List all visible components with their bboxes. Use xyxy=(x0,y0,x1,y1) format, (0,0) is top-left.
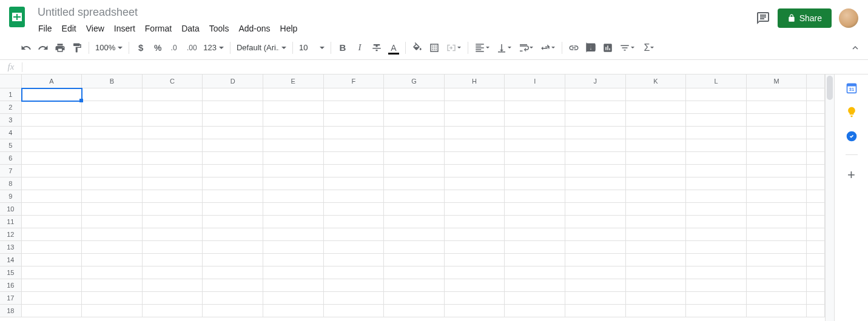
cell[interactable] xyxy=(686,177,747,190)
cell[interactable] xyxy=(686,241,747,254)
cell[interactable] xyxy=(263,292,324,305)
cell[interactable] xyxy=(686,127,747,139)
cell[interactable] xyxy=(505,305,565,317)
cell[interactable] xyxy=(686,114,747,127)
cell[interactable] xyxy=(505,190,565,203)
cell[interactable] xyxy=(626,139,687,152)
cell[interactable] xyxy=(203,177,263,190)
cell[interactable] xyxy=(263,139,324,152)
cell[interactable] xyxy=(143,279,203,292)
menu-format[interactable]: Format xyxy=(141,21,176,36)
doc-title[interactable]: Untitled spreadsheet xyxy=(34,5,141,20)
menu-edit[interactable]: Edit xyxy=(58,21,81,36)
cell[interactable] xyxy=(384,114,445,127)
cell[interactable] xyxy=(143,203,203,216)
cell[interactable] xyxy=(747,177,807,190)
cell[interactable] xyxy=(324,88,385,101)
text-rotation-button[interactable] xyxy=(537,40,558,56)
tasks-icon[interactable] xyxy=(846,130,858,142)
column-header[interactable]: G xyxy=(384,74,445,88)
insert-link-button[interactable] xyxy=(566,40,582,56)
cell[interactable] xyxy=(203,88,263,101)
cell[interactable] xyxy=(82,190,143,203)
cell[interactable] xyxy=(143,292,203,305)
borders-button[interactable] xyxy=(426,40,442,56)
cell[interactable] xyxy=(445,139,505,152)
cell[interactable] xyxy=(384,165,445,177)
cell[interactable] xyxy=(686,203,747,216)
cell[interactable] xyxy=(82,203,143,216)
cell[interactable] xyxy=(203,279,263,292)
cell[interactable] xyxy=(565,254,626,266)
cell[interactable] xyxy=(686,216,747,228)
cell[interactable] xyxy=(747,152,807,165)
cell[interactable] xyxy=(82,254,143,266)
cell[interactable] xyxy=(384,127,445,139)
cell[interactable] xyxy=(807,254,825,266)
cell[interactable] xyxy=(82,165,143,177)
cell[interactable] xyxy=(445,152,505,165)
cell[interactable] xyxy=(626,279,687,292)
cell[interactable] xyxy=(22,190,82,203)
cell[interactable] xyxy=(445,228,505,241)
cell[interactable] xyxy=(686,254,747,266)
cell[interactable] xyxy=(263,152,324,165)
cell[interactable] xyxy=(807,114,825,127)
cell[interactable] xyxy=(807,101,825,114)
row-header[interactable]: 7 xyxy=(0,165,22,177)
cell[interactable] xyxy=(82,88,143,101)
cell[interactable] xyxy=(203,165,263,177)
cell[interactable] xyxy=(807,279,825,292)
cell[interactable] xyxy=(565,292,626,305)
cell[interactable] xyxy=(807,216,825,228)
collapse-toolbar-button[interactable] xyxy=(847,40,863,56)
column-header[interactable]: B xyxy=(82,74,143,88)
cell[interactable] xyxy=(747,266,807,279)
strikethrough-button[interactable] xyxy=(369,40,385,56)
cell[interactable] xyxy=(686,88,747,101)
cell[interactable] xyxy=(565,228,626,241)
cell[interactable] xyxy=(82,305,143,317)
print-button[interactable] xyxy=(52,40,68,56)
add-addon-button[interactable]: + xyxy=(847,167,855,183)
keep-icon[interactable] xyxy=(846,106,858,118)
cell[interactable] xyxy=(445,216,505,228)
text-color-button[interactable]: A xyxy=(386,40,402,56)
cell[interactable] xyxy=(263,305,324,317)
sheets-logo[interactable] xyxy=(5,5,29,29)
zoom-dropdown[interactable]: 100% xyxy=(93,40,125,56)
redo-button[interactable] xyxy=(35,40,51,56)
cell[interactable] xyxy=(384,266,445,279)
cell[interactable] xyxy=(505,254,565,266)
cell[interactable] xyxy=(143,114,203,127)
row-header[interactable]: 14 xyxy=(0,254,22,266)
cell[interactable] xyxy=(384,279,445,292)
column-header[interactable]: F xyxy=(324,74,385,88)
cell[interactable] xyxy=(22,266,82,279)
cell[interactable] xyxy=(445,254,505,266)
cell[interactable] xyxy=(565,139,626,152)
cell[interactable] xyxy=(263,177,324,190)
menu-insert[interactable]: Insert xyxy=(110,21,140,36)
cell[interactable] xyxy=(324,139,385,152)
cell[interactable] xyxy=(626,203,687,216)
row-header[interactable]: 2 xyxy=(0,101,22,114)
row-header[interactable]: 4 xyxy=(0,127,22,139)
cell[interactable] xyxy=(82,228,143,241)
cell[interactable] xyxy=(143,101,203,114)
cell[interactable] xyxy=(807,190,825,203)
cell[interactable] xyxy=(565,305,626,317)
cell[interactable] xyxy=(445,114,505,127)
cell[interactable] xyxy=(807,241,825,254)
cell[interactable] xyxy=(143,228,203,241)
cell[interactable] xyxy=(686,279,747,292)
cell[interactable] xyxy=(626,114,687,127)
cell[interactable] xyxy=(263,203,324,216)
cell[interactable] xyxy=(22,114,82,127)
cell[interactable] xyxy=(445,279,505,292)
cell[interactable] xyxy=(807,139,825,152)
select-all-corner[interactable] xyxy=(0,74,22,88)
cell[interactable] xyxy=(565,266,626,279)
row-header[interactable]: 11 xyxy=(0,216,22,228)
cell[interactable] xyxy=(324,152,385,165)
